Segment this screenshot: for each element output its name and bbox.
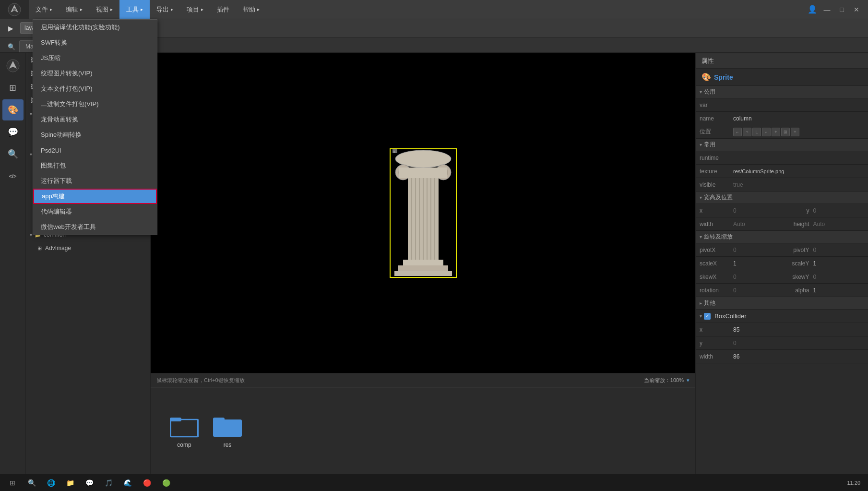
menu-item-tools[interactable]: 工具 ▸	[119, 0, 150, 19]
folder-icon-comp	[170, 414, 199, 438]
file-item-res[interactable]: res	[213, 414, 242, 448]
pos-icon-1[interactable]: ⌐	[733, 128, 742, 136]
menu-item-dragon-bones[interactable]: 龙骨动画转换	[33, 112, 157, 127]
menu-item-swf[interactable]: SWF转换	[33, 35, 157, 50]
section-frequent[interactable]: ▾ 常用	[696, 139, 868, 151]
file-browser: comp res	[151, 387, 695, 474]
section-other[interactable]: ▸ 其他	[696, 297, 868, 310]
sprite-icon: 🎨	[702, 72, 711, 82]
arrow-icon: ▸	[257, 7, 260, 12]
component-checkbox[interactable]: ✓	[704, 313, 711, 320]
pos-icon-4[interactable]: ⌐	[762, 128, 771, 136]
logo-sidebar-btn[interactable]	[2, 55, 24, 76]
menu-item-export[interactable]: 导出 ▸	[150, 0, 180, 19]
tab-search[interactable]: 🔍	[4, 41, 19, 52]
section-frequent-label: 常用	[704, 141, 715, 149]
section-transform-label: 旋转及缩放	[704, 233, 733, 241]
menu-item-edit[interactable]: 编辑 ▸	[59, 0, 89, 19]
pos-icon-3[interactable]: L	[752, 128, 761, 136]
pos-icon-6[interactable]: ⊞	[781, 128, 790, 136]
panel-header: 属性	[696, 53, 868, 69]
svg-rect-28	[213, 419, 242, 437]
canvas-arrow-icon[interactable]: ▾	[687, 377, 690, 383]
collapse-arrow-icon: ▾	[700, 313, 702, 319]
top-menu-bar: 文件 ▸ 编辑 ▸ 视图 ▸ 工具 ▸ 导出 ▸ 项目 ▸ 插件 帮助 ▸	[0, 0, 868, 19]
close-button[interactable]: ✕	[851, 6, 862, 13]
menu-item-project[interactable]: 项目 ▸	[180, 0, 210, 19]
menu-item-compile-optimize[interactable]: 启用编译优化功能(实验功能)	[33, 20, 157, 35]
menu-item-wechat-devtools[interactable]: 微信web开发者工具	[33, 219, 157, 235]
menu-item-app-build[interactable]: app构建	[33, 189, 157, 204]
prop-xy: x 0 y 0	[696, 204, 868, 217]
canvas-status-bar: 鼠标滚轮缩放视窗，Ctrl+0键恢复缩放 当前缩放：100% ▾	[151, 373, 695, 387]
taskbar-start[interactable]: ⊞	[4, 476, 21, 490]
pos-icon-2[interactable]: ¬	[743, 128, 751, 136]
menu-item-view[interactable]: 视图 ▸	[89, 0, 119, 19]
grid-sidebar-btn[interactable]: ⊞	[2, 77, 24, 98]
collapse-arrow-icon: ▸	[700, 300, 702, 306]
menu-item-text-pack-vip[interactable]: 文本文件打包(VIP)	[33, 81, 157, 96]
app-logo	[0, 0, 29, 19]
right-panel: 属性 🎨 Sprite ▾ 公用 var name column 位置 ⌐ ¬ …	[695, 53, 868, 474]
menu-item-spine[interactable]: Spine动画转换	[33, 127, 157, 143]
arrow-icon: ▸	[80, 7, 83, 12]
palette-sidebar-btn[interactable]: 🎨	[2, 99, 24, 120]
prop-position: 位置 ⌐ ¬ L ⌐ + ⊞ +	[696, 125, 868, 139]
component-boxcollider-header: ▾ ✓ BoxCollider	[696, 310, 868, 323]
prop-bc-width: width 86	[696, 350, 868, 363]
canvas-viewport[interactable]: S	[151, 53, 695, 373]
position-icons: ⌐ ¬ L ⌐ + ⊞ +	[733, 128, 799, 136]
section-common[interactable]: ▾ 公用	[696, 86, 868, 98]
file-item-comp[interactable]: comp	[170, 414, 199, 448]
prop-visible: visible true	[696, 178, 868, 192]
prop-var: var	[696, 98, 868, 112]
svg-rect-26	[170, 419, 199, 437]
menu-item-help[interactable]: 帮助 ▸	[236, 0, 266, 19]
taskbar-item-5[interactable]: 🌊	[119, 476, 136, 490]
sidebar-advimage[interactable]: ⊞ AdvImage	[26, 241, 150, 255]
menu-item-runner-download[interactable]: 运行器下载	[33, 173, 157, 189]
taskbar-item-4[interactable]: 🎵	[100, 476, 117, 490]
taskbar-item-3[interactable]: 💬	[81, 476, 98, 490]
search-sidebar-btn[interactable]: 🔍	[2, 144, 24, 165]
pos-icon-add[interactable]: +	[791, 128, 799, 136]
prop-rotation: rotation 0 alpha 1	[696, 284, 868, 297]
arrow-icon: ▸	[141, 7, 143, 12]
taskbar-item-1[interactable]: 🌐	[42, 476, 59, 490]
menu-item-plugin[interactable]: 插件	[210, 0, 236, 19]
pos-icon-5[interactable]: +	[772, 128, 780, 136]
play-button[interactable]: ▶	[4, 22, 17, 35]
user-icon[interactable]: 👤	[808, 5, 817, 14]
arrow-icon: ▸	[201, 7, 203, 12]
tools-dropdown-menu: 启用编译优化功能(实验功能) SWF转换 JS压缩 纹理图片转换(VIP) 文本…	[33, 19, 157, 235]
menu-item-code-editor[interactable]: 代码编辑器	[33, 204, 157, 219]
zoom-level: 当前缩放：100%	[644, 377, 684, 384]
taskbar-item-6[interactable]: 🔴	[138, 476, 155, 490]
folder-label-comp: comp	[177, 442, 191, 448]
section-transform[interactable]: ▾ 旋转及缩放	[696, 231, 868, 243]
section-sizepos[interactable]: ▾ 宽高及位置	[696, 192, 868, 204]
collapse-arrow-icon: ▾	[700, 195, 702, 200]
taskbar-item-7[interactable]: 🟢	[157, 476, 175, 490]
menu-item-js-compress[interactable]: JS压缩	[33, 50, 157, 66]
menu-item-psd2ui[interactable]: Psd2UI	[33, 143, 157, 158]
code-sidebar-btn[interactable]: </>	[2, 166, 24, 187]
menu-item-atlas-pack[interactable]: 图集打包	[33, 158, 157, 173]
taskbar-item-2[interactable]: 📁	[61, 476, 79, 490]
minimize-button[interactable]: —	[821, 6, 833, 13]
taskbar-search[interactable]: 🔍	[23, 476, 40, 490]
maximize-button[interactable]: □	[837, 6, 847, 13]
prop-scale: scaleX 1 scaleY 1	[696, 257, 868, 270]
menu-item-file[interactable]: 文件 ▸	[29, 0, 59, 19]
folder-icon-res	[213, 414, 242, 438]
canvas-area: S 鼠标滚轮缩放视窗，Ctrl+0键恢复缩放 当前缩放：100% ▾	[151, 53, 695, 474]
file-browser-content: comp res	[151, 388, 695, 474]
section-common-label: 公用	[704, 88, 715, 96]
menu-item-binary-pack-vip[interactable]: 二进制文件打包(VIP)	[33, 96, 157, 112]
chat-sidebar-btn[interactable]: 💬	[2, 121, 24, 143]
section-other-label: 其他	[704, 299, 715, 307]
menu-item-texture-vip[interactable]: 纹理图片转换(VIP)	[33, 66, 157, 81]
prop-pivot: pivotX 0 pivotY 0	[696, 243, 868, 257]
prop-skew: skewX 0 skewY 0	[696, 270, 868, 284]
sprite-title: 🎨 Sprite	[696, 69, 868, 86]
